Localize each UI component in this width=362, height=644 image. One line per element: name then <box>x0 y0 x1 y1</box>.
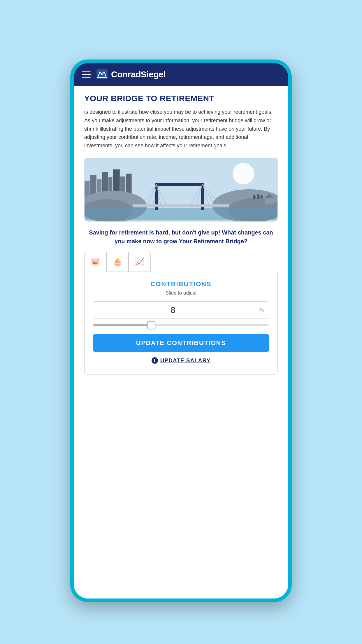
logo-area: ConradSiegel <box>96 69 166 79</box>
tabs-row: 🐷 🎂 📈 <box>84 252 278 272</box>
tab-retirement-age[interactable]: 🎂 <box>106 252 129 272</box>
info-icon: i <box>152 357 158 364</box>
svg-point-32 <box>253 195 256 200</box>
hamburger-menu-button[interactable] <box>82 71 91 78</box>
svg-point-33 <box>257 194 260 200</box>
app-header: ConradSiegel <box>74 63 288 86</box>
phone-frame: ConradSiegel YOUR BRIDGE TO RETIREMENT i… <box>70 60 292 602</box>
update-salary-label: UPDATE SALARY <box>160 357 210 364</box>
contribution-value-input[interactable] <box>93 305 253 315</box>
slider-track[interactable] <box>93 324 269 326</box>
logo-text: ConradSiegel <box>111 69 166 79</box>
main-content: YOUR BRIDGE TO RETIREMENT is designed to… <box>74 86 288 598</box>
chart-line-icon: 📈 <box>135 257 144 266</box>
logo-icon <box>96 69 108 79</box>
tab-contributions[interactable]: 🐷 <box>84 252 106 272</box>
svg-rect-35 <box>265 198 274 204</box>
contribution-unit: % <box>253 302 269 318</box>
birthday-cake-icon: 🎂 <box>113 257 122 266</box>
contributions-panel: CONTRIBUTIONS Slide to adjust % UPDATE C… <box>84 272 278 374</box>
contribution-input-row: % <box>93 301 269 319</box>
update-salary-link[interactable]: i UPDATE SALARY <box>93 357 269 366</box>
slider-thumb[interactable] <box>147 321 155 329</box>
contribution-slider-container <box>93 324 269 326</box>
svg-rect-31 <box>133 204 229 207</box>
tab-investments[interactable]: 📈 <box>129 252 151 272</box>
page-description: is designed to illustrate how close you … <box>84 108 278 150</box>
panel-title: CONTRIBUTIONS <box>93 280 269 288</box>
phone-screen: ConradSiegel YOUR BRIDGE TO RETIREMENT i… <box>74 63 288 598</box>
tagline: Saving for retirement is hard, but don't… <box>84 228 278 246</box>
page-title: YOUR BRIDGE TO RETIREMENT <box>84 94 278 103</box>
slider-fill <box>93 324 151 326</box>
bridge-illustration <box>84 157 278 222</box>
svg-rect-20 <box>155 183 204 186</box>
svg-point-34 <box>261 195 263 199</box>
svg-point-4 <box>233 163 254 184</box>
panel-subtitle: Slide to adjust <box>93 290 269 296</box>
svg-rect-17 <box>85 208 277 220</box>
update-contributions-button[interactable]: UPDATE CONTRIBUTIONS <box>93 334 269 352</box>
piggy-bank-icon: 🐷 <box>91 257 100 266</box>
